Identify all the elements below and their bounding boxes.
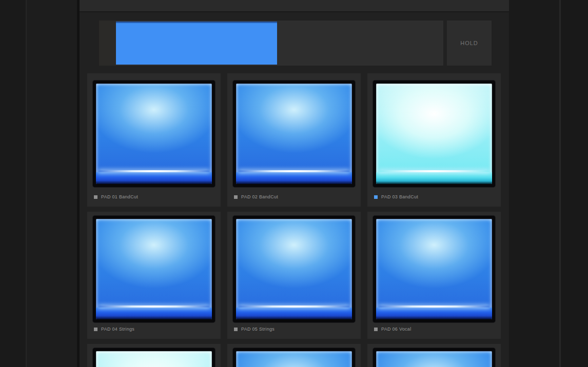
pad-button[interactable] xyxy=(93,80,215,187)
hold-button[interactable]: HOLD xyxy=(447,21,492,66)
pad-surface xyxy=(236,84,352,184)
pad-button[interactable] xyxy=(93,348,215,367)
pad-label-row: PAD 01 BandCut xyxy=(87,190,221,203)
pad-label-row: PAD 04 Strings xyxy=(87,322,221,336)
pad-status-icon xyxy=(374,195,378,199)
pad-surface xyxy=(96,84,212,184)
pad-surface xyxy=(376,351,492,367)
pad-surface xyxy=(376,219,492,319)
slider-start-cap xyxy=(99,21,116,66)
pad-surface xyxy=(236,219,352,319)
pad-status-icon xyxy=(94,328,97,331)
pad-status-icon xyxy=(94,195,97,199)
pad-label: PAD 04 Strings xyxy=(101,327,134,332)
pad-button[interactable] xyxy=(233,216,355,322)
pad-button[interactable] xyxy=(373,348,495,367)
pad-label: PAD 02 BandCut xyxy=(241,194,278,199)
app-window: HOLD PAD 01 BandCut PAD 02 BandCut PAD 0… xyxy=(0,0,588,367)
pad-button[interactable] xyxy=(93,216,215,322)
pad-label: PAD 06 Vocal xyxy=(381,327,411,332)
right-side-panel xyxy=(509,0,559,367)
pad-cell: PAD 02 BandCut xyxy=(227,73,361,207)
pad-cell: PAD 01 BandCut xyxy=(87,73,221,207)
pad-cell xyxy=(367,344,501,367)
pad-button[interactable] xyxy=(233,80,355,187)
slider-fill[interactable] xyxy=(116,22,277,65)
performance-slider-track[interactable] xyxy=(99,21,443,66)
pad-label-row: PAD 06 Vocal xyxy=(367,322,501,336)
pad-cell xyxy=(227,344,361,367)
pad-surface xyxy=(96,219,212,319)
pad-label: PAD 03 BandCut xyxy=(381,194,418,199)
left-side-panel xyxy=(27,0,77,367)
pad-grid: PAD 01 BandCut PAD 02 BandCut PAD 03 Ban… xyxy=(87,73,501,367)
pad-cell: PAD 04 Strings xyxy=(87,212,221,339)
right-outer-chrome xyxy=(561,0,588,367)
pad-label-row: PAD 05 Strings xyxy=(227,322,361,336)
top-header-strip xyxy=(80,0,509,12)
pad-label-row: PAD 03 BandCut xyxy=(367,190,501,203)
pad-button[interactable] xyxy=(233,348,355,367)
pad-surface xyxy=(236,351,352,367)
pad-status-icon xyxy=(234,328,238,331)
pad-cell: PAD 03 BandCut xyxy=(367,73,501,207)
pad-label-row: PAD 02 BandCut xyxy=(227,190,361,203)
pad-surface xyxy=(96,351,212,367)
pad-cell xyxy=(87,344,221,367)
left-outer-chrome xyxy=(0,0,26,367)
pad-button[interactable] xyxy=(373,80,495,187)
pad-button[interactable] xyxy=(373,216,495,322)
pad-surface xyxy=(376,84,492,184)
pad-label: PAD 01 BandCut xyxy=(101,194,138,199)
pad-status-icon xyxy=(374,328,378,331)
pad-status-icon xyxy=(234,195,238,199)
pad-cell: PAD 06 Vocal xyxy=(367,212,501,339)
main-panel: HOLD PAD 01 BandCut PAD 02 BandCut PAD 0… xyxy=(80,0,509,367)
pad-label: PAD 05 Strings xyxy=(241,327,275,332)
pad-cell: PAD 05 Strings xyxy=(227,212,361,339)
